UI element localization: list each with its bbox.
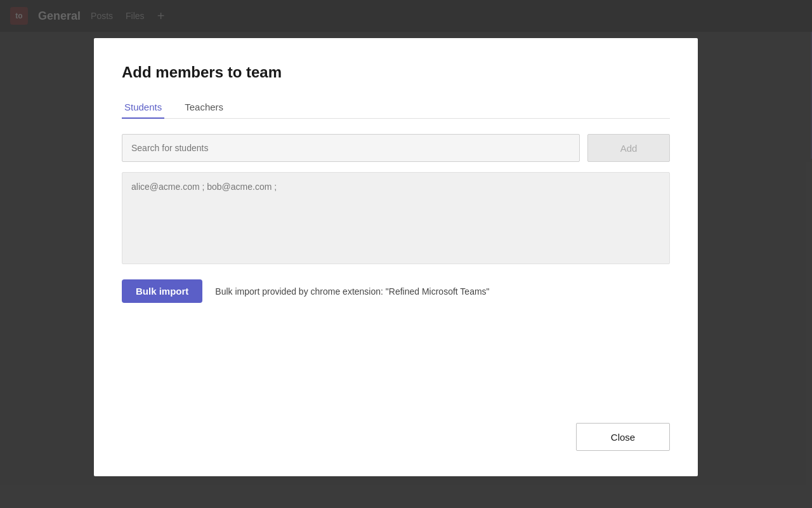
tab-students[interactable]: Students [122,97,164,119]
tab-bar: Students Teachers [122,97,670,119]
add-members-modal: Add members to team Students Teachers Ad… [94,38,698,476]
bulk-import-button[interactable]: Bulk import [122,279,202,303]
add-button[interactable]: Add [587,134,670,162]
modal-footer: Close [122,403,670,451]
bulk-import-row: Bulk import Bulk import provided by chro… [122,279,670,303]
search-input[interactable] [122,134,580,162]
bulk-import-description: Bulk import provided by chrome extension… [215,286,489,297]
close-button[interactable]: Close [576,423,670,451]
search-row: Add [122,134,670,162]
email-textarea[interactable] [122,172,670,264]
tab-teachers[interactable]: Teachers [182,97,226,119]
modal-title: Add members to team [122,64,670,81]
